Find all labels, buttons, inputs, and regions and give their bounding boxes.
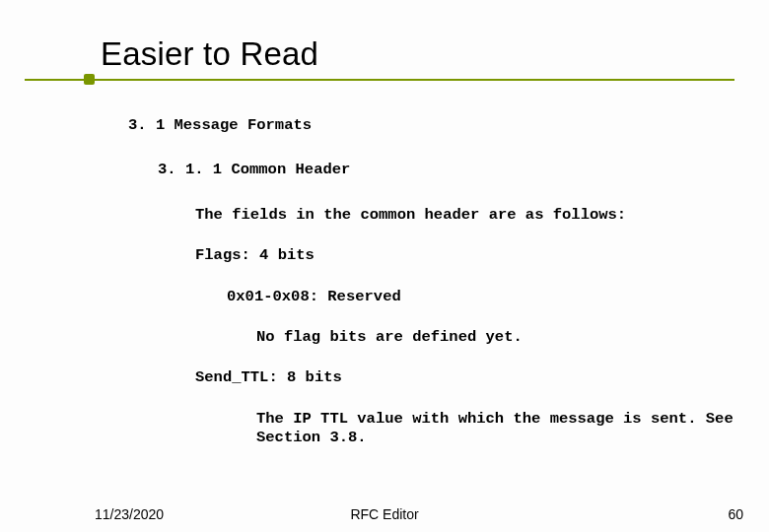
flags-note: No flag bits are defined yet. — [256, 328, 739, 347]
underline-left — [25, 79, 84, 81]
bullet-icon — [84, 74, 95, 85]
body-content: 3. 1 Message Formats 3. 1. 1 Common Head… — [128, 116, 739, 447]
slide-title: Easier to Read — [101, 35, 318, 73]
underline-right — [95, 79, 734, 81]
footer-page: 60 — [728, 506, 743, 522]
section-heading-2: 3. 1. 1 Common Header — [158, 161, 739, 179]
title-underline — [25, 77, 734, 83]
section-heading-1: 3. 1 Message Formats — [128, 116, 739, 135]
intro-text: The fields in the common header are as f… — [195, 206, 739, 225]
send-ttl-label: Send_TTL: 8 bits — [195, 368, 739, 387]
slide-title-area: Easier to Read — [101, 35, 318, 73]
send-ttl-desc: The IP TTL value with which the message … — [256, 410, 739, 448]
footer-center: RFC Editor — [0, 506, 769, 522]
flags-reserved: 0x01-0x08: Reserved — [227, 288, 739, 306]
flags-label: Flags: 4 bits — [195, 246, 739, 265]
